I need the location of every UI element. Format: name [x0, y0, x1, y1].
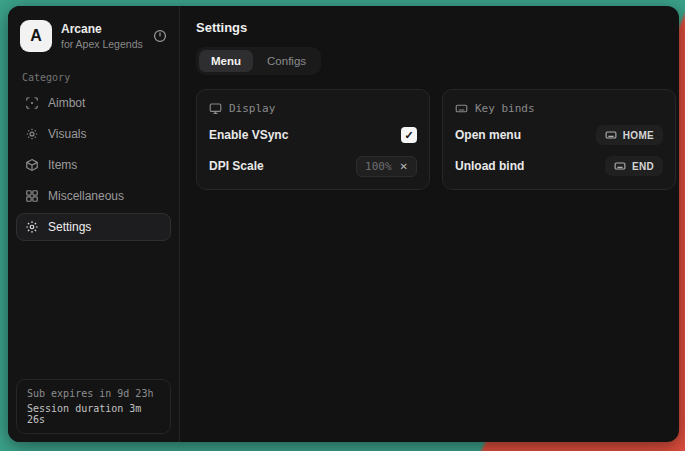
setting-label: Open menu: [455, 128, 521, 142]
sidebar: A Arcane for Apex Legends Category: [8, 6, 180, 442]
page-title: Settings: [196, 20, 676, 35]
sidebar-item-settings[interactable]: Settings: [16, 213, 171, 241]
setting-label: DPI Scale: [209, 159, 264, 173]
sidebar-item-label: Settings: [48, 220, 91, 234]
keybind-value: HOME: [623, 130, 654, 141]
card-title: Display: [229, 102, 275, 115]
keybind-value: END: [632, 161, 654, 172]
setting-row-vsync: Enable VSync ✓: [209, 124, 417, 146]
display-card: Display Enable VSync ✓ DPI Scale 100% ✕: [196, 89, 430, 190]
sidebar-item-aimbot[interactable]: Aimbot: [16, 89, 171, 117]
category-label: Category: [16, 62, 171, 89]
session-duration-text: Session duration 3m 26s: [27, 403, 160, 425]
app-window: A Arcane for Apex Legends Category: [8, 6, 679, 442]
tab-configs[interactable]: Configs: [255, 50, 318, 72]
app-name: Arcane: [61, 22, 144, 36]
main-panel: Settings Menu Configs Display Enable VSy…: [180, 6, 679, 442]
app-subtitle: for Apex Legends: [61, 38, 144, 50]
setting-label: Unload bind: [455, 159, 524, 173]
app-logo: A: [20, 20, 52, 52]
power-icon[interactable]: [153, 29, 167, 43]
subscription-info: Sub expires in 9d 23h Session duration 3…: [16, 379, 171, 434]
card-title: Key binds: [475, 102, 535, 115]
sidebar-item-label: Aimbot: [48, 96, 85, 110]
brand-header: A Arcane for Apex Legends: [16, 14, 171, 62]
dpi-scale-value: 100%: [365, 160, 392, 173]
sidebar-item-label: Visuals: [48, 127, 86, 141]
eye-icon: [25, 127, 39, 141]
crosshair-icon: [25, 96, 39, 110]
sub-expires-text: Sub expires in 9d 23h: [27, 388, 160, 399]
tab-menu[interactable]: Menu: [199, 50, 253, 72]
open-menu-keybind-button[interactable]: HOME: [596, 125, 663, 145]
vsync-checkbox[interactable]: ✓: [401, 127, 417, 143]
monitor-icon: [209, 102, 222, 115]
unload-keybind-button[interactable]: END: [605, 156, 663, 176]
setting-row-open-menu: Open menu HOME: [455, 124, 663, 146]
setting-row-dpi: DPI Scale 100% ✕: [209, 155, 417, 177]
dpi-scale-input[interactable]: 100% ✕: [356, 156, 417, 177]
setting-label: Enable VSync: [209, 128, 288, 142]
sidebar-item-label: Items: [48, 158, 77, 172]
tab-bar: Menu Configs: [196, 47, 321, 75]
keybinds-card: Key binds Open menu HOME Unload bin: [442, 89, 676, 190]
setting-row-unload-bind: Unload bind END: [455, 155, 663, 177]
sidebar-nav: Aimbot Visuals Items: [16, 89, 171, 241]
keyboard-icon: [455, 102, 468, 115]
sidebar-item-visuals[interactable]: Visuals: [16, 120, 171, 148]
sidebar-item-label: Miscellaneous: [48, 189, 124, 203]
sidebar-item-miscellaneous[interactable]: Miscellaneous: [16, 182, 171, 210]
grid-icon: [25, 189, 39, 203]
sidebar-item-items[interactable]: Items: [16, 151, 171, 179]
gear-icon: [25, 220, 39, 234]
keyboard-icon: [605, 129, 617, 141]
clear-icon[interactable]: ✕: [400, 161, 408, 172]
keyboard-icon: [614, 160, 626, 172]
box-icon: [25, 158, 39, 172]
